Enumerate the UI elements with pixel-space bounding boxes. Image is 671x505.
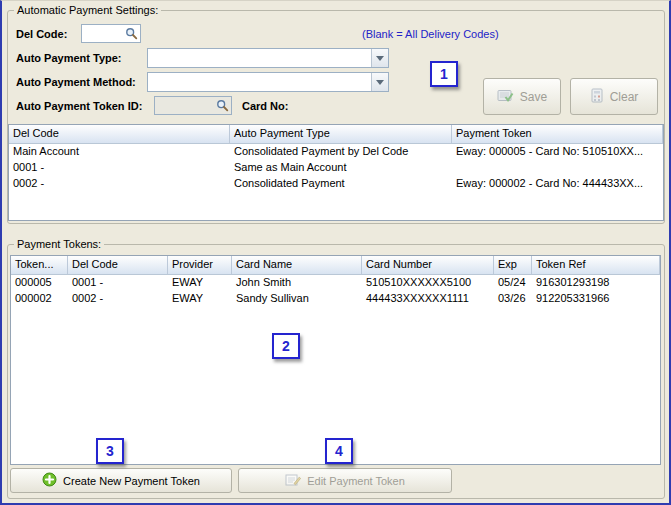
callout-4: 4 — [325, 438, 353, 464]
table-header-row: Token... Del Code Provider Card Name Car… — [11, 256, 660, 275]
cell-auto-payment-type: Same as Main Account — [230, 160, 452, 176]
column-header-del-code[interactable]: Del Code — [68, 256, 168, 274]
cell-provider: EWAY — [168, 275, 232, 291]
edit-icon — [285, 473, 301, 489]
create-new-payment-token-button[interactable]: Create New Payment Token — [10, 468, 232, 493]
auto-payment-method-select[interactable] — [147, 72, 389, 92]
edit-payment-token-button[interactable]: Edit Payment Token — [238, 468, 452, 493]
cell-del-code: 0001 - — [9, 160, 230, 176]
cell-exp: 03/26 — [494, 291, 532, 307]
table-row[interactable]: Main Account Consolidated Payment by Del… — [9, 144, 663, 160]
cell-card-name: Sandy Sullivan — [232, 291, 362, 307]
cell-payment-token: Eway: 000005 - Card No: 510510XX... — [452, 144, 663, 160]
del-code-input[interactable] — [82, 27, 125, 41]
cell-del-code: 0002 - — [68, 291, 168, 307]
del-code-field[interactable] — [81, 24, 141, 43]
cell-card-name: John Smith — [232, 275, 362, 291]
cell-token-ref: 912205331966 — [532, 291, 660, 307]
auto-payment-method-value — [148, 73, 371, 91]
clear-button[interactable]: Clear — [570, 78, 658, 115]
payment-tokens-table: Token... Del Code Provider Card Name Car… — [10, 255, 661, 465]
callout-3: 3 — [96, 438, 124, 464]
edit-payment-token-label: Edit Payment Token — [307, 475, 405, 487]
auto-payment-settings-table: Del Code Auto Payment Type Payment Token… — [8, 124, 664, 221]
auto-payment-type-value — [148, 49, 371, 67]
cell-del-code: Main Account — [9, 144, 230, 160]
column-header-auto-payment-type[interactable]: Auto Payment Type — [230, 125, 452, 143]
cell-provider: EWAY — [168, 291, 232, 307]
auto-payment-token-id-input[interactable] — [155, 99, 216, 113]
table-row[interactable]: 0001 - Same as Main Account — [9, 160, 663, 176]
auto-payment-type-label: Auto Payment Type: — [16, 52, 122, 64]
cell-del-code: 0002 - — [9, 176, 230, 192]
save-button[interactable]: Save — [483, 78, 561, 115]
auto-payment-token-id-label: Auto Payment Token ID: — [16, 100, 142, 112]
cell-card-number: 444433XXXXXX1111 — [362, 291, 494, 307]
automatic-payment-settings-window: Automatic Payment Settings: Del Code: (B… — [0, 0, 671, 505]
cell-card-number: 510510XXXXXX5100 — [362, 275, 494, 291]
add-icon — [42, 472, 57, 489]
cell-auto-payment-type: Consolidated Payment by Del Code — [230, 144, 452, 160]
table-row[interactable]: 000002 0002 - EWAY Sandy Sullivan 444433… — [11, 291, 660, 307]
cell-del-code: 0001 - — [68, 275, 168, 291]
cell-token: 000002 — [11, 291, 68, 307]
table-header-row: Del Code Auto Payment Type Payment Token — [9, 125, 663, 144]
cell-exp: 05/24 — [494, 275, 532, 291]
column-header-token[interactable]: Token... — [11, 256, 68, 274]
card-no-label: Card No: — [242, 100, 288, 112]
del-code-label: Del Code: — [16, 28, 67, 40]
column-header-card-name[interactable]: Card Name — [232, 256, 362, 274]
auto-payment-type-select[interactable] — [147, 48, 389, 68]
cell-token-ref: 916301293198 — [532, 275, 660, 291]
cell-payment-token: Eway: 000002 - Card No: 444433XX... — [452, 176, 663, 192]
cell-payment-token — [452, 160, 663, 176]
auto-payment-method-label: Auto Payment Method: — [16, 76, 136, 88]
cell-token: 000005 — [11, 275, 68, 291]
chevron-down-icon[interactable] — [371, 49, 388, 67]
clear-button-label: Clear — [610, 90, 639, 104]
auto-payment-settings-group-title: Automatic Payment Settings: — [14, 4, 161, 16]
clear-icon — [590, 88, 604, 106]
cell-auto-payment-type: Consolidated Payment — [230, 176, 452, 192]
column-header-payment-token[interactable]: Payment Token — [452, 125, 663, 143]
blank-note: (Blank = All Delivery Codes) — [362, 28, 499, 40]
column-header-token-ref[interactable]: Token Ref — [532, 256, 660, 274]
column-header-del-code[interactable]: Del Code — [9, 125, 230, 143]
del-code-lookup-icon[interactable] — [125, 27, 138, 40]
callout-1: 1 — [430, 61, 458, 87]
save-icon — [497, 88, 514, 106]
column-header-provider[interactable]: Provider — [168, 256, 232, 274]
chevron-down-icon[interactable] — [371, 73, 388, 91]
table-row[interactable]: 000005 0001 - EWAY John Smith 510510XXXX… — [11, 275, 660, 291]
save-button-label: Save — [520, 90, 547, 104]
create-new-payment-token-label: Create New Payment Token — [63, 475, 200, 487]
payment-tokens-group-title: Payment Tokens: — [14, 238, 104, 250]
column-header-card-number[interactable]: Card Number — [362, 256, 494, 274]
column-header-exp[interactable]: Exp — [494, 256, 532, 274]
auto-payment-token-id-field[interactable] — [154, 96, 232, 115]
table-row[interactable]: 0002 - Consolidated Payment Eway: 000002… — [9, 176, 663, 192]
token-id-lookup-icon[interactable] — [216, 99, 229, 112]
callout-2: 2 — [272, 333, 300, 359]
